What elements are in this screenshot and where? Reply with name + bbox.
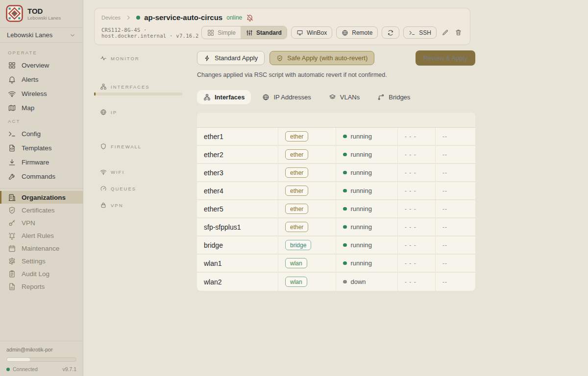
tab[interactable]: Interfaces xyxy=(197,90,251,104)
main-area: Devices ap-service-auto-circus online CR… xyxy=(83,0,588,376)
tab[interactable]: VLANs xyxy=(322,90,366,104)
gear-icon xyxy=(8,257,16,265)
zoom-option[interactable] xyxy=(30,358,53,361)
content-panel: Standard Apply Safe Apply (with auto-rev… xyxy=(197,50,475,291)
sidebar-section-label: ACT xyxy=(0,115,83,127)
hierarchy-icon xyxy=(203,94,211,101)
view-mode-option[interactable]: Simple xyxy=(202,26,241,39)
view-mode-option[interactable]: Standard xyxy=(241,26,287,39)
sidebar-item[interactable]: Organizations xyxy=(0,191,83,204)
device-controls: Simple Standard WinBox xyxy=(201,26,463,39)
tab[interactable]: IP Addresses xyxy=(256,90,317,104)
status-indicator: running xyxy=(343,205,372,212)
key-icon xyxy=(8,219,16,227)
status-indicator: running xyxy=(343,169,372,176)
safe-apply-button[interactable]: Safe Apply (with auto-revert) xyxy=(270,51,374,65)
device-action-button[interactable] xyxy=(382,26,399,39)
sidebar-item[interactable]: Maintenance xyxy=(0,242,83,255)
column-header xyxy=(336,113,397,127)
device-nav-section-label: QUEUES xyxy=(111,186,136,191)
bell-off-icon[interactable] xyxy=(246,14,254,22)
table-row[interactable]: ether2 ether running - - - -- xyxy=(197,146,475,164)
sidebar-item-label: Settings xyxy=(22,258,46,265)
sidebar-item[interactable]: Reports xyxy=(0,280,83,293)
sidebar-item[interactable]: Commands xyxy=(0,169,83,184)
shield-check-icon xyxy=(8,206,16,214)
sidebar-item[interactable]: Certificates xyxy=(0,204,83,216)
status-label: running xyxy=(351,259,372,267)
sidebar-item[interactable]: Config xyxy=(0,127,83,141)
sidebar-item-label: Wireless xyxy=(22,90,47,97)
zoom-option[interactable] xyxy=(7,358,30,361)
table-row[interactable]: sfp-sfpplus1 ether running - - - -- xyxy=(197,218,475,236)
interface-name: ether2 xyxy=(197,146,278,163)
device-nav-item[interactable] xyxy=(94,211,182,214)
sidebar-item[interactable]: VPN xyxy=(0,216,83,229)
mtu-value: -- xyxy=(435,182,475,199)
status-dot xyxy=(343,135,347,139)
status-dot xyxy=(343,225,347,229)
activity-icon xyxy=(100,55,107,62)
sidebar-item[interactable]: Audit Log xyxy=(0,267,83,280)
grid-icon xyxy=(207,29,215,37)
status-indicator: running xyxy=(343,241,372,249)
table-row[interactable]: ether3 ether running - - - -- xyxy=(197,164,475,182)
sidebar-item[interactable]: Map xyxy=(0,101,83,115)
chevron-right-icon xyxy=(124,14,132,22)
mac-value: - - - xyxy=(397,200,435,217)
device-action-button[interactable]: WinBox xyxy=(291,26,332,39)
sidebar-item[interactable]: Alerts xyxy=(0,72,83,87)
table-row[interactable]: bridge bridge running - - - -- xyxy=(197,236,475,255)
mac-value: - - - xyxy=(397,255,435,272)
table-row[interactable]: wlan1 wlan running - - - -- xyxy=(197,255,475,273)
device-action-button[interactable]: SSH xyxy=(403,26,437,39)
device-icon-button[interactable] xyxy=(441,28,450,37)
table-row[interactable]: ether4 ether running - - - -- xyxy=(197,182,475,200)
table-row[interactable]: ether1 ether running - - - -- xyxy=(197,128,475,146)
mtu-value: -- xyxy=(435,273,475,291)
device-nav-item[interactable] xyxy=(94,178,182,181)
device-nav-section-label: FIREWALL xyxy=(111,144,142,149)
zoom-option[interactable] xyxy=(53,358,76,361)
device-online-label: online xyxy=(226,14,242,21)
device-nav-section: MONITOR xyxy=(94,52,182,79)
device-action-button[interactable]: Remote xyxy=(336,26,378,39)
sidebar-item-label: Maintenance xyxy=(22,245,59,252)
workspace-selector[interactable]: Lebowski Lanes xyxy=(0,28,83,43)
calendar-icon xyxy=(8,244,16,253)
device-nav-item[interactable] xyxy=(94,136,182,139)
sidebar-item[interactable]: Overview xyxy=(0,58,83,72)
status-dot xyxy=(343,261,347,265)
type-badge: ether xyxy=(285,222,308,232)
sidebar-item[interactable]: Settings xyxy=(0,255,83,267)
ui-zoom-control xyxy=(6,357,76,362)
table-row[interactable]: ether5 ether running - - - -- xyxy=(197,200,475,218)
sidebar-item-label: Alerts xyxy=(22,76,39,83)
tab[interactable]: Bridges xyxy=(371,90,416,104)
breadcrumb[interactable]: Devices xyxy=(101,15,121,21)
type-badge: bridge xyxy=(285,240,311,250)
sidebar-item[interactable]: Wireless xyxy=(0,87,83,101)
type-badge: ether xyxy=(285,131,308,141)
sidebar-item[interactable]: Firmware xyxy=(0,155,83,169)
review-apply-button[interactable]: Review & Apply xyxy=(416,50,475,66)
column-header xyxy=(197,113,278,127)
mac-value: - - - xyxy=(397,164,435,181)
device-icon-button[interactable] xyxy=(454,28,463,37)
sidebar-item[interactable]: Templates xyxy=(0,141,83,155)
report-icon xyxy=(8,282,16,291)
standard-apply-button[interactable]: Standard Apply xyxy=(197,51,265,65)
mtu-value: -- xyxy=(435,164,475,181)
status-indicator: running xyxy=(343,187,372,194)
device-nav-section: INTERFACES xyxy=(94,80,182,104)
sidebar-item-label: Commands xyxy=(22,173,55,180)
device-nav-item[interactable] xyxy=(94,101,182,104)
mac-value: - - - xyxy=(397,128,435,145)
sidebar-item[interactable]: Alert Rules xyxy=(0,229,83,242)
device-nav-item[interactable] xyxy=(94,194,182,197)
device-nav-item[interactable] xyxy=(94,161,182,164)
building-icon xyxy=(8,193,16,202)
table-row[interactable]: wlan2 wlan down - - - -- xyxy=(197,273,475,291)
device-nav-item[interactable] xyxy=(94,76,182,79)
interfaces-table: ether1 ether running - - - -- xyxy=(197,113,475,291)
